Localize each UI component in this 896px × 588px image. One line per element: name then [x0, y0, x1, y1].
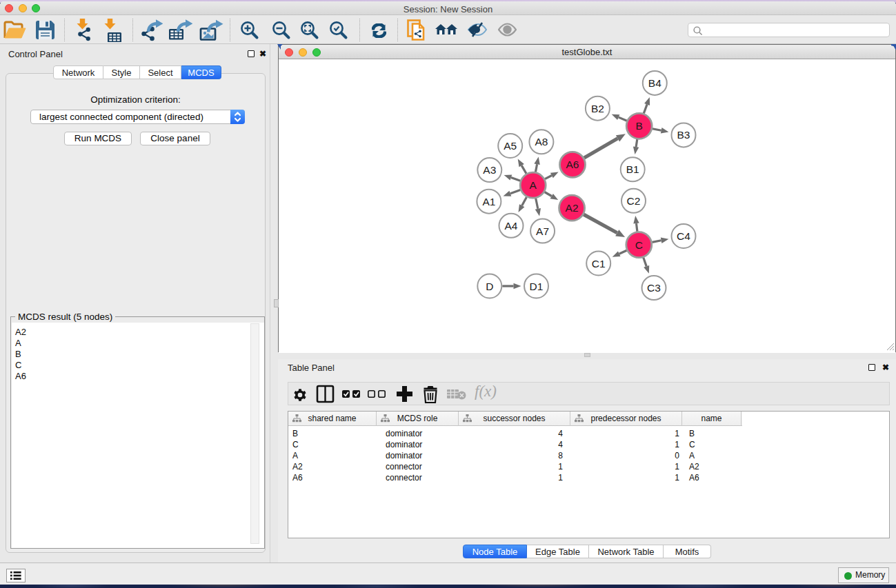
svg-text:A3: A3	[483, 164, 496, 176]
svg-text:A6: A6	[566, 159, 579, 170]
svg-text:C3: C3	[647, 282, 661, 294]
svg-text:A2: A2	[566, 202, 579, 214]
svg-text:B4: B4	[648, 77, 661, 89]
svg-text:B: B	[636, 120, 643, 132]
svg-text:A8: A8	[535, 136, 548, 148]
svg-text:A1: A1	[482, 196, 495, 207]
svg-text:B3: B3	[677, 129, 690, 141]
svg-text:C: C	[635, 239, 643, 251]
svg-text:A7: A7	[536, 225, 549, 237]
svg-text:B1: B1	[626, 163, 639, 175]
svg-text:D1: D1	[530, 281, 544, 292]
svg-text:A4: A4	[505, 220, 518, 232]
svg-text:B2: B2	[591, 103, 604, 114]
svg-text:C2: C2	[627, 195, 641, 207]
svg-text:A5: A5	[504, 140, 517, 152]
svg-text:C1: C1	[592, 258, 606, 270]
svg-text:D: D	[486, 281, 493, 292]
svg-text:C4: C4	[677, 230, 690, 242]
svg-text:A: A	[530, 179, 537, 191]
